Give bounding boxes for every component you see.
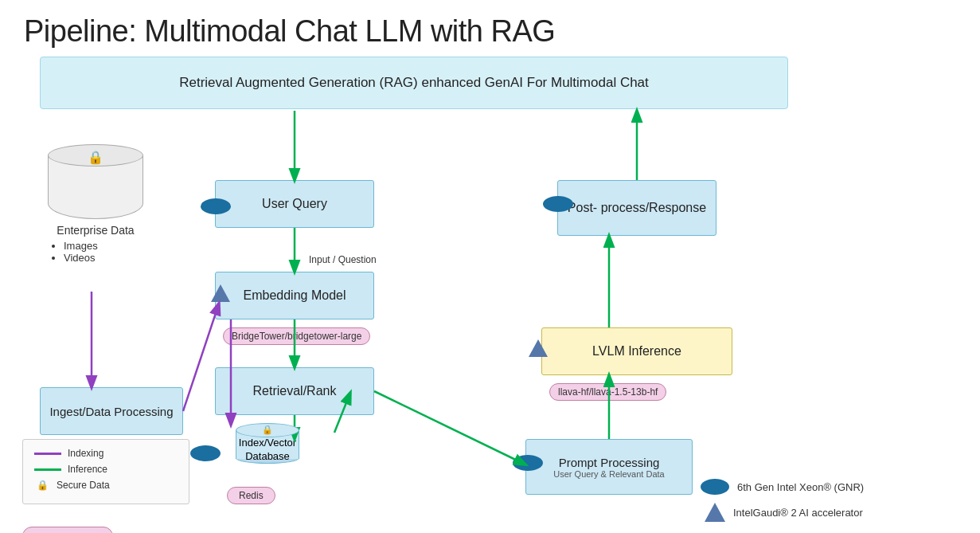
cylinder-top: 🔒 <box>48 144 143 167</box>
lock-icon: 🔒 <box>88 150 103 165</box>
redis-pill: Redis <box>227 487 275 504</box>
bullet-videos: Videos <box>64 252 151 264</box>
redis-label: Redis <box>239 490 264 501</box>
index-db-cylinder: 🔒 Index/VectorDatabase <box>204 423 331 464</box>
triangle-icon <box>705 503 725 522</box>
input-question-label: Input / Question <box>309 254 377 265</box>
legend-inference: Inference <box>34 464 178 475</box>
enterprise-bullets: Images Videos <box>64 240 151 264</box>
legend-secure: 🔒 Secure Data <box>34 480 178 491</box>
inference-label: Inference <box>68 464 107 475</box>
embedding-box: Embedding Model <box>215 272 374 319</box>
legend-indexing: Indexing <box>34 448 178 459</box>
user-query-label: User Query <box>262 197 327 211</box>
cylinder: 🔒 <box>48 144 143 219</box>
retrieval-label: Retrieval/Rank <box>253 384 337 398</box>
enterprise-label: Enterprise Data <box>40 224 151 237</box>
diagram-area: Retrieval Augmented Generation (RAG) enh… <box>0 57 980 519</box>
retrieval-box: Retrieval/Rank <box>215 367 374 415</box>
indexing-line <box>34 453 61 455</box>
ingest-label: Ingest/Data Processing <box>49 405 173 418</box>
xeon-label: 6th Gen Intel Xeon® (GNR) <box>737 481 864 493</box>
gaudi-label: IntelGaudi® 2 AI accelerator <box>733 507 863 519</box>
bridgetower-label: BridgeTower/bridgetower-large <box>232 331 361 342</box>
oval-index-db <box>190 445 221 461</box>
embedding-label: Embedding Model <box>244 288 346 303</box>
triangle-embedding <box>211 284 230 302</box>
xeon-legend: 6th Gen Intel Xeon® (GNR) <box>701 479 955 495</box>
page-title: Pipeline: Multimodal Chat LLM with RAG <box>0 0 980 57</box>
oval-user-query <box>201 198 231 214</box>
rag-banner-text: Retrieval Augmented Generation (RAG) enh… <box>179 75 649 90</box>
svg-line-10 <box>183 304 219 411</box>
bullet-images: Images <box>64 240 151 252</box>
model-pill: Model/sub-sys instantiated <box>22 527 113 533</box>
oval-icon <box>701 479 729 495</box>
postprocess-label: Post- process/Response <box>568 201 706 215</box>
triangle-lvlm <box>529 339 548 357</box>
index-db-container: 🔒 Index/VectorDatabase <box>204 423 331 464</box>
postprocess-box: Post- process/Response <box>557 180 716 236</box>
prompt-sub-label: User Query & Relevant Data <box>553 469 664 479</box>
oval-prompt <box>513 455 543 471</box>
llava-pill: llava-hf/llava-1.5-13b-hf <box>549 383 666 401</box>
legend-box: Indexing Inference 🔒 Secure Data <box>22 439 189 504</box>
secure-label: Secure Data <box>57 480 110 491</box>
oval-postprocess <box>543 196 573 212</box>
ingest-box: Ingest/Data Processing <box>40 387 183 435</box>
inference-line <box>34 468 61 471</box>
lock-legend-icon: 🔒 <box>34 480 50 491</box>
user-query-box: User Query <box>215 180 374 228</box>
rag-banner: Retrieval Augmented Generation (RAG) enh… <box>40 57 788 109</box>
db-top: 🔒 <box>236 423 299 437</box>
prompt-main-label: Prompt Processing <box>559 456 660 469</box>
bridgetower-pill: BridgeTower/bridgetower-large <box>223 327 370 345</box>
svg-line-5 <box>374 391 525 464</box>
lvlm-label: LVLM Inference <box>592 344 681 359</box>
gaudi-legend: IntelGaudi® 2 AI accelerator <box>701 503 955 522</box>
prompt-box: Prompt Processing User Query & Relevant … <box>525 439 693 495</box>
enterprise-data: 🔒 Enterprise Data Images Videos <box>40 144 151 264</box>
right-legend: 6th Gen Intel Xeon® (GNR) IntelGaudi® 2 … <box>701 479 955 530</box>
lvlm-box: LVLM Inference <box>541 327 732 375</box>
indexing-label: Indexing <box>68 448 103 459</box>
db-lock: 🔒 <box>262 425 273 435</box>
llava-label: llava-hf/llava-1.5-13b-hf <box>558 386 658 398</box>
